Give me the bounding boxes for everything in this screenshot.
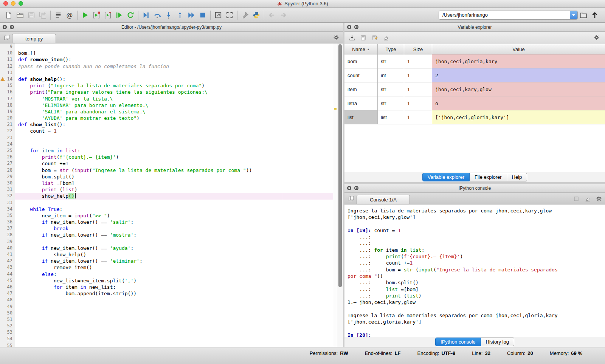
code-line[interactable]: 11def remove_item(): (0, 56, 343, 63)
step-over-button[interactable] (152, 9, 163, 21)
code-line[interactable]: 24 (0, 141, 343, 147)
code-line[interactable]: 41 show_help() (0, 251, 343, 258)
code-line[interactable]: 51 (0, 316, 343, 323)
code-line[interactable]: 42 if new_item.lower() == 'eliminar': (0, 258, 343, 264)
code-line[interactable]: 14def show_help(): (0, 76, 343, 82)
variable-value-cell[interactable]: jhon,ceci,gloria,kary (432, 54, 605, 68)
run-selection-button[interactable] (113, 9, 125, 21)
variable-size-cell[interactable]: 1 (404, 110, 432, 124)
code-line[interactable]: 12#pass se ponde cuando aun no completam… (0, 63, 343, 70)
new-file-button[interactable] (3, 9, 14, 21)
working-directory-combo[interactable]: /Users/jhonfarinango (439, 11, 578, 20)
run-cell-advance-button[interactable] (102, 9, 113, 21)
undock-pane-button[interactable] (354, 25, 359, 29)
code-line[interactable]: 33 (0, 200, 343, 206)
debug-continue-button[interactable] (186, 9, 197, 21)
code-line[interactable]: 46 for item in new_list: (0, 284, 343, 290)
code-line[interactable]: 29 bom.split() (0, 173, 343, 180)
variable-type-cell[interactable]: list (378, 110, 404, 124)
variable-row[interactable]: bomstr1jhon,ceci,gloria,kary (344, 54, 605, 68)
browse-tabs-button[interactable] (2, 33, 11, 42)
code-line[interactable]: 50 (0, 310, 343, 316)
back-button[interactable] (266, 9, 278, 21)
variable-size-cell[interactable]: 1 (404, 96, 432, 110)
code-line[interactable]: 15 print ("Ingrese la lista de materiale… (0, 82, 343, 89)
column-header-name[interactable]: Name▲ (344, 44, 378, 54)
variable-size-cell[interactable]: 1 (404, 54, 432, 68)
variable-value-cell[interactable]: o (432, 96, 605, 110)
debug-stop-button[interactable] (197, 9, 208, 21)
file-switcher-button[interactable] (53, 9, 64, 21)
code-line[interactable]: 20 'AYUDA' para mostrar este texto") (0, 115, 343, 121)
code-line[interactable]: 36 if new_item.lower() == 'salir': (0, 219, 343, 225)
minimize-window-button[interactable] (11, 1, 16, 6)
variable-type-cell[interactable]: str (378, 96, 404, 110)
variable-value-cell[interactable]: 2 (432, 68, 605, 82)
variable-size-cell[interactable]: 1 (404, 68, 432, 82)
tab-temp-py[interactable]: temp.py (12, 34, 56, 43)
variable-row[interactable]: itemstr1jhon,ceci,kary,glow (344, 82, 605, 96)
inspect-button[interactable] (572, 194, 581, 203)
chevron-down-icon[interactable] (570, 11, 577, 19)
column-header-value[interactable]: Value (432, 44, 605, 54)
code-line[interactable]: 38 if new_item.lower() == 'mostra': (0, 232, 343, 238)
rerun-cell-button[interactable] (125, 9, 136, 21)
code-line[interactable]: 18 'ELIMINAR' para borrar un elemento.\ (0, 102, 343, 108)
close-pane-button[interactable] (347, 186, 352, 191)
scrollbar-thumb[interactable] (338, 44, 342, 287)
code-line[interactable]: 19 'SALIR' para abandonar el sistema.\ (0, 108, 343, 115)
code-line[interactable]: 27 count +=1 (0, 160, 343, 167)
variable-row[interactable]: letrastr1o (344, 96, 605, 110)
browse-working-directory-button[interactable] (578, 9, 589, 21)
variable-value-cell[interactable]: ['jhon,ceci,gloria,kary'] (432, 110, 605, 124)
run-cell-button[interactable] (91, 9, 102, 21)
close-pane-button[interactable] (347, 25, 352, 29)
code-line[interactable]: 22 count = 1 (0, 128, 343, 134)
save-button[interactable] (26, 9, 37, 21)
code-line[interactable]: 37 break (0, 225, 343, 232)
parent-directory-button[interactable] (589, 9, 600, 21)
console-options-button[interactable] (594, 194, 603, 203)
undock-pane-button[interactable] (354, 186, 359, 191)
variable-value-cell[interactable]: jhon,ceci,kary,glow (432, 82, 605, 96)
editor-options-button[interactable] (332, 33, 341, 42)
reset-namespace-button[interactable] (382, 33, 391, 42)
zoom-window-button[interactable] (19, 1, 23, 6)
code-line[interactable]: 23 (0, 135, 343, 141)
variable-type-cell[interactable]: int (378, 68, 404, 82)
code-line[interactable]: 44 else: (0, 271, 343, 277)
code-line[interactable]: 34 while True: (0, 206, 343, 212)
column-header-size[interactable]: Size (404, 44, 432, 54)
run-button[interactable] (79, 9, 91, 21)
code-line[interactable]: 39 (0, 239, 343, 245)
import-data-button[interactable] (347, 33, 357, 42)
editor-scrollbar[interactable] (337, 43, 343, 347)
preferences-button[interactable] (239, 9, 251, 21)
code-line[interactable]: 45 new_list=new_item.split(',') (0, 277, 343, 284)
debug-button[interactable] (140, 9, 152, 21)
code-line[interactable]: 43 remove_item() (0, 264, 343, 271)
code-line[interactable]: 35 new_item = input(">> ") (0, 212, 343, 219)
variable-explorer-options-button[interactable] (592, 33, 601, 42)
code-line[interactable]: 40 if new_item.lower() == 'ayuda': (0, 245, 343, 251)
variable-row[interactable]: countint12 (344, 68, 605, 82)
variable-name-cell[interactable]: letra (344, 96, 378, 110)
tab-history-log[interactable]: History log (481, 338, 514, 346)
variable-name-cell[interactable]: item (344, 82, 378, 96)
undock-pane-button[interactable] (9, 25, 14, 29)
code-line[interactable]: 52 (0, 323, 343, 329)
variable-type-cell[interactable]: str (378, 82, 404, 96)
code-line[interactable]: 28 bom = str (input("Ingrese la lista de… (0, 167, 343, 173)
save-data-button[interactable] (359, 33, 368, 42)
close-pane-button[interactable] (2, 25, 7, 29)
code-line[interactable]: 26 print(f'{count}.– {item}') (0, 154, 343, 160)
maximize-pane-button[interactable] (213, 9, 224, 21)
tab-help[interactable]: Help (507, 173, 527, 181)
code-line[interactable]: 47 bom.append(item.strip()) (0, 290, 343, 297)
step-out-button[interactable] (174, 9, 186, 21)
symbol-finder-button[interactable]: @ (64, 9, 75, 21)
code-line[interactable]: 10bom=[] (0, 50, 343, 56)
clear-console-button[interactable] (583, 194, 592, 203)
code-line[interactable]: 48 (0, 297, 343, 303)
code-line[interactable]: 9 (0, 43, 343, 50)
